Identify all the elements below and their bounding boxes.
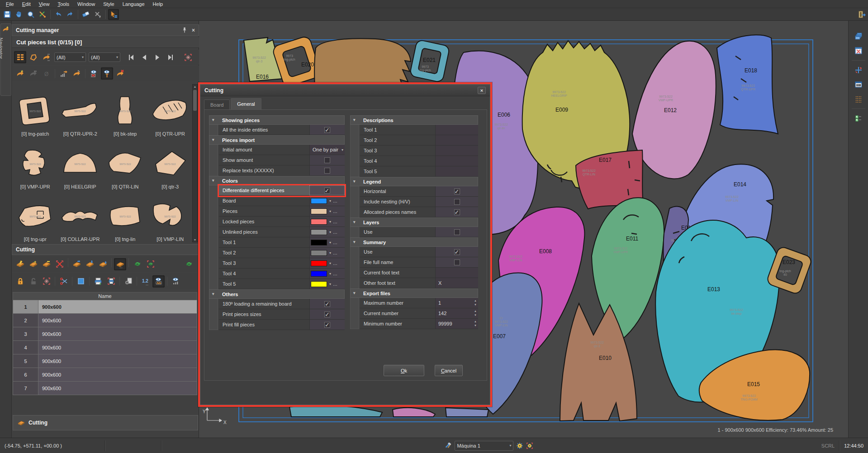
menu-edit[interactable]: Edit [18,1,35,7]
nav-next-icon[interactable] [151,51,163,63]
board-remove-icon[interactable] [40,258,52,270]
row-locked-pieces[interactable]: Locked pieces▾… [219,217,345,227]
check-list-icon[interactable] [853,113,864,124]
section-export-files[interactable]: ▾Export files [350,288,478,298]
menu-view[interactable]: View [35,1,54,7]
color-tool-1[interactable]: ▾… [309,237,345,247]
grid-list-icon[interactable] [14,51,26,63]
exit-door-icon[interactable] [857,9,868,20]
filter-dropdown-1[interactable]: (All)▾ [54,52,86,62]
filter-dropdown-2[interactable]: (All)▾ [89,52,120,62]
piece-thumbnail[interactable]: 9973-522 [0] QTR-LIN [103,137,148,189]
row-tool-5[interactable]: Tool 5▾… [219,279,345,289]
section-pieces-import[interactable]: ▾Pieces import [209,135,345,145]
collapse-icon[interactable]: ▾ [212,178,214,183]
piece-thumbnail[interactable]: 9973-522 [0] QTR-UPR-2 [58,84,103,137]
number-12-icon[interactable]: 1.2... [139,275,152,288]
undo-icon[interactable] [53,9,64,20]
thumbnails-scrollbar[interactable]: ▲▼ [192,84,198,242]
collapse-icon[interactable]: ▾ [353,240,356,244]
row-all-the-inside-entities[interactable]: All the inside entities✓ [219,125,345,135]
collapse-icon[interactable]: ▾ [353,179,356,184]
menu-window[interactable]: Window [73,1,99,7]
row-file-full-name[interactable]: File full name [360,257,478,268]
dialog-title-bar[interactable]: Cutting [200,85,490,96]
color-pieces[interactable]: ▾… [309,206,345,216]
piece-outline-icon[interactable] [27,51,39,63]
pan-hand-icon[interactable] [14,9,24,20]
ok-button[interactable]: Ok [384,365,424,376]
field-tool-4[interactable] [435,156,478,166]
tab-general[interactable]: General [231,98,261,109]
machine-select[interactable]: Máquina 1▾ [455,441,513,451]
eye-bars-icon[interactable] [170,275,182,288]
eye-board-icon[interactable] [152,275,165,288]
checkbox-differentiate-different-pieces[interactable]: ✓ [324,188,330,193]
target-red-icon[interactable] [40,275,52,288]
piece-thumbnail[interactable]: 9973-522 [0] bk-step [103,84,148,137]
checkbox-horizontal[interactable]: ✓ [454,189,460,194]
section-layers[interactable]: ▾Layers [350,217,478,227]
navigator-tab[interactable]: + Navigator [0,24,11,96]
color-tool-4[interactable]: ▾… [309,269,345,278]
piece-thumbnail[interactable]: 9973-522 [0] VMP-UPR [13,137,58,189]
section-others[interactable]: ▾Others [209,289,345,299]
row-180-loading-a-remaining-board[interactable]: 180º loading a remaining board✓ [219,299,345,309]
section-descriptions[interactable]: ▾Descriptions [350,115,478,125]
section-legend[interactable]: ▾Legend [350,177,478,186]
piece-thumbnail[interactable]: 9973-522 [0] qtr-3 [148,137,193,189]
row-current-number[interactable]: Current number142▲▼ [360,308,478,319]
cross-rotate-icon[interactable] [853,64,864,76]
board-next-icon[interactable] [71,258,83,270]
board-add-icon[interactable]: + [27,258,39,270]
measure-icon[interactable] [37,9,48,20]
delete-red-icon[interactable] [53,258,66,270]
machine-tools-icon[interactable] [443,442,453,449]
row-initial-amount[interactable]: Initial amountOne by pair▾ [219,145,345,155]
field-tool-3[interactable] [435,146,478,156]
printer-icon[interactable] [92,275,104,288]
board-row-6[interactable]: 6900x600 [13,368,197,382]
gear-selected-icon[interactable] [525,442,535,449]
recycle-brackets-icon[interactable] [144,258,157,270]
row-tool-2[interactable]: Tool 2 [360,135,478,146]
row-pieces[interactable]: Pieces▾… [219,206,345,217]
save-icon[interactable] [2,9,13,20]
row-use[interactable]: Use✓ [360,247,478,257]
checkbox-print-fill-pieces[interactable]: ✓ [324,322,330,328]
piece-refresh-icon[interactable] [71,67,83,80]
windows-cascade-icon[interactable] [853,30,864,42]
unlock-icon[interactable] [27,275,39,288]
row-include-nesting-h-v-[interactable]: Include nesting (H/V) [360,197,478,207]
menu-tools[interactable]: Tools [53,1,73,7]
checkbox-use[interactable]: ✓ [454,249,460,255]
spinner-maximum-number[interactable]: 1▲▼ [435,298,478,308]
field-tool-2[interactable] [435,135,478,145]
row-other-foot-text[interactable]: Other foot textX [360,278,478,288]
gear-doc-icon[interactable] [122,275,134,288]
row-tool-1[interactable]: Tool 1 [360,125,478,135]
recycle-icon[interactable] [131,258,143,270]
checkbox-180-loading-a-remaining-board[interactable]: ✓ [324,301,330,307]
text-eye-icon[interactable]: T [101,67,113,80]
row-print-pieces-sizes[interactable]: Print pieces sizes✓ [219,309,345,320]
piece-thumbnail[interactable]: 9973-522 [0] QTR-UPR [148,84,193,137]
field-tool-5[interactable] [435,166,478,176]
clean-points-icon[interactable]: + [92,9,103,20]
section-summary[interactable]: ▾Summary [350,237,478,247]
field-current-foot-text[interactable] [435,268,478,278]
collapse-icon[interactable]: ▾ [212,118,214,122]
row-allocated-pieces-names[interactable]: Allocated pieces names✓ [360,207,478,217]
row-horizontal[interactable]: Horizontal✓ [360,186,478,197]
color-board[interactable]: ▾… [309,196,345,206]
lock-icon[interactable] [14,275,26,288]
board-row-4[interactable]: 4900x600 [13,341,197,354]
spinner-current-number[interactable]: 142▲▼ [435,308,478,318]
row-current-foot-text[interactable]: Current foot text [360,268,478,278]
eye-cross-icon[interactable] [88,67,100,80]
blue-square-icon[interactable] [75,275,87,288]
pin-icon[interactable] [177,27,188,34]
row-tool-4[interactable]: Tool 4 [360,156,478,166]
board-edit-icon[interactable] [14,258,26,270]
row-tool-1[interactable]: Tool 1▾… [219,237,345,248]
